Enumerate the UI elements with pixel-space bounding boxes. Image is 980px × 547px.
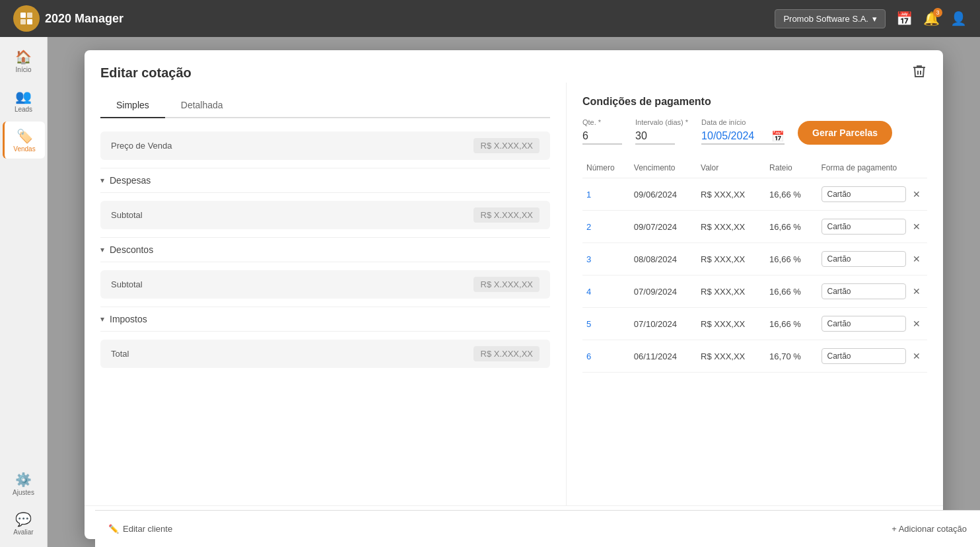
row-rateio: 16,70 % xyxy=(765,340,817,373)
preco-venda-row: Preço de Venda R$ X.XXX,XX xyxy=(100,131,550,160)
notification-badge: 3 xyxy=(933,8,942,17)
date-wrapper: 📅 xyxy=(701,129,785,145)
user-icon[interactable]: 👤 xyxy=(950,11,967,26)
interval-input[interactable] xyxy=(635,129,675,145)
edit-client-button[interactable]: ✏️ Editar cliente xyxy=(108,524,172,534)
row-num: 4 xyxy=(582,275,630,308)
interval-group: Intervalo (dias) * xyxy=(635,118,688,145)
payment-method-text: Cartão xyxy=(822,283,907,299)
date-input[interactable] xyxy=(701,129,767,143)
remove-row-button[interactable]: ✕ xyxy=(910,252,923,266)
row-forma: Cartão ✕ xyxy=(818,275,928,308)
payment-method-text: Cartão xyxy=(822,348,907,364)
payment-method-text: Cartão xyxy=(822,251,907,267)
chevron-down-icon: ▾ xyxy=(872,14,877,24)
row-rateio: 16,66 % xyxy=(765,243,817,275)
payment-method-text: Cartão xyxy=(822,219,907,235)
despesas-chevron: ▾ xyxy=(100,176,104,185)
modal-header: Editar cotação xyxy=(85,50,943,83)
table-row: 5 07/10/2024 R$ XXX,XX 16,66 % Cartão ✕ xyxy=(582,308,927,340)
sidebar-item-inicio[interactable]: 🏠 Início xyxy=(3,42,45,79)
impostos-section[interactable]: ▾ Impostos xyxy=(100,307,550,332)
sidebar-label-avaliar: Avaliar xyxy=(13,529,33,536)
main-layout: 🏠 Início 👥 Leads 🏷️ Vendas ⚙️ Ajustes 💬 … xyxy=(0,37,980,547)
qty-input[interactable] xyxy=(582,129,622,145)
row-num: 5 xyxy=(582,308,630,340)
subtotal2-row: Subtotal R$ X.XXX,XX xyxy=(100,270,550,299)
company-selector[interactable]: Promob Software S.A. ▾ xyxy=(775,9,886,28)
sidebar-item-avaliar[interactable]: 💬 Avaliar xyxy=(3,505,45,542)
row-valor: R$ XXX,XX xyxy=(697,178,765,211)
table-row: 3 08/08/2024 R$ XXX,XX 16,66 % Cartão ✕ xyxy=(582,243,927,275)
calendar-icon[interactable]: 📅 xyxy=(896,11,913,26)
sidebar-label-inicio: Início xyxy=(16,66,32,73)
row-vencimento: 07/09/2024 xyxy=(630,275,697,308)
impostos-chevron: ▾ xyxy=(100,314,104,324)
delete-button[interactable] xyxy=(911,63,927,83)
content-area: Editar cotação xyxy=(48,37,980,547)
row-valor: R$ XXX,XX xyxy=(697,275,765,308)
modal-title: Editar cotação xyxy=(100,65,192,81)
descontos-section[interactable]: ▾ Descontos xyxy=(100,237,550,262)
table-row: 2 09/07/2024 R$ XXX,XX 16,66 % Cartão ✕ xyxy=(582,211,927,243)
remove-row-button[interactable]: ✕ xyxy=(910,188,923,201)
notification-icon[interactable]: 🔔 3 xyxy=(923,11,940,26)
preco-venda-value: R$ X.XXX,XX xyxy=(473,138,540,153)
interval-label: Intervalo (dias) * xyxy=(635,118,688,126)
descontos-chevron: ▾ xyxy=(100,245,104,254)
svg-rect-3 xyxy=(27,19,32,24)
subtotal1-value: R$ X.XXX,XX xyxy=(473,207,540,223)
svg-rect-0 xyxy=(20,13,26,18)
subtotal1-label: Subtotal xyxy=(111,210,473,220)
remove-row-button[interactable]: ✕ xyxy=(910,220,923,233)
home-icon: 🏠 xyxy=(15,49,32,65)
despesas-section[interactable]: ▾ Despesas xyxy=(100,168,550,193)
total-value: R$ X.XXX,XX xyxy=(473,346,540,361)
company-name: Promob Software S.A. xyxy=(783,14,868,24)
date-calendar-icon[interactable]: 📅 xyxy=(771,130,785,143)
row-vencimento: 09/07/2024 xyxy=(630,211,697,243)
tab-simples[interactable]: Simples xyxy=(100,93,165,118)
sidebar-label-leads: Leads xyxy=(15,106,32,113)
row-vencimento: 08/08/2024 xyxy=(630,243,697,275)
svg-rect-1 xyxy=(27,13,32,18)
qty-group: Qte. * xyxy=(582,118,622,145)
row-forma: Cartão ✕ xyxy=(818,340,928,373)
add-quotation-label: + Adicionar cotação xyxy=(892,524,967,534)
row-valor: R$ XXX,XX xyxy=(697,308,765,340)
row-vencimento: 06/11/2024 xyxy=(630,340,697,373)
remove-row-button[interactable]: ✕ xyxy=(910,317,923,330)
subtotal2-label: Subtotal xyxy=(111,279,473,289)
row-num: 3 xyxy=(582,243,630,275)
tab-detalhada[interactable]: Detalhada xyxy=(165,93,239,118)
remove-row-button[interactable]: ✕ xyxy=(910,349,923,363)
row-forma: Cartão ✕ xyxy=(818,308,928,340)
row-rateio: 16,66 % xyxy=(765,275,817,308)
modal: Editar cotação xyxy=(85,50,943,539)
date-label: Data de início xyxy=(701,118,785,126)
subtotal2-value: R$ X.XXX,XX xyxy=(473,277,540,292)
sidebar-item-ajustes[interactable]: ⚙️ Ajustes xyxy=(3,465,45,502)
modal-body: Simples Detalhada Preço de Venda R$ X.XX… xyxy=(85,83,943,505)
row-num: 1 xyxy=(582,178,630,211)
sidebar-item-vendas[interactable]: 🏷️ Vendas xyxy=(3,122,45,159)
total-row: Total R$ X.XXX,XX xyxy=(100,340,550,368)
row-vencimento: 07/10/2024 xyxy=(630,308,697,340)
payment-table: Número Vencimento Valor Rateio Forma de … xyxy=(582,158,927,373)
generate-parcels-button[interactable]: Gerar Parcelas xyxy=(798,121,892,145)
remove-row-button[interactable]: ✕ xyxy=(910,285,923,298)
preco-venda-label: Preço de Venda xyxy=(111,141,473,151)
logo-text: 2020 Manager xyxy=(45,12,123,26)
avaliar-icon: 💬 xyxy=(15,511,32,527)
tabs: Simples Detalhada xyxy=(100,93,550,118)
col-rateio: Rateio xyxy=(765,158,817,178)
row-forma: Cartão ✕ xyxy=(818,178,928,211)
impostos-label: Impostos xyxy=(110,314,147,324)
vendas-icon: 🏷️ xyxy=(17,128,33,144)
row-rateio: 16,66 % xyxy=(765,178,817,211)
table-row: 4 07/09/2024 R$ XXX,XX 16,66 % Cartão ✕ xyxy=(582,275,927,308)
col-valor: Valor xyxy=(697,158,765,178)
sidebar-item-leads[interactable]: 👥 Leads xyxy=(3,82,45,119)
add-quotation-button[interactable]: + Adicionar cotação xyxy=(892,524,967,534)
row-valor: R$ XXX,XX xyxy=(697,211,765,243)
